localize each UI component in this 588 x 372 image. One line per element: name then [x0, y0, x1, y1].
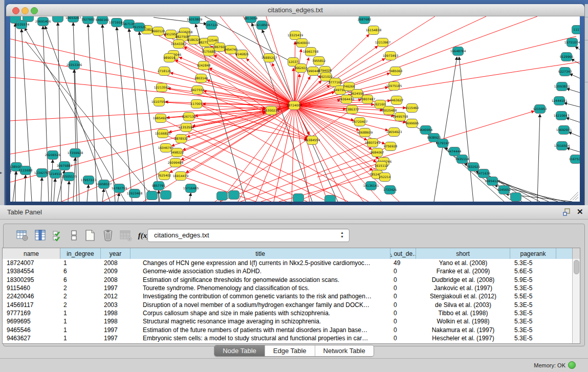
graph-node[interactable]: [53, 16, 63, 23]
svg-text:6179197: 6179197: [436, 141, 450, 145]
table-row[interactable]: 977716911998Corpus callosum shape and si…: [3, 309, 573, 317]
table-row[interactable]: 1872400712008Changes of HCN gene express…: [3, 259, 573, 267]
node-table-header: namein_degreeyeartitle△ out_de…shortpage…: [3, 248, 580, 259]
svg-text:9242848: 9242848: [197, 63, 211, 67]
table-row[interactable]: 1456911722003Disruption of a novel membe…: [3, 300, 573, 309]
graph-node[interactable]: [217, 192, 228, 201]
svg-text:9215953: 9215953: [533, 107, 547, 111]
svg-text:18724007: 18724007: [287, 103, 302, 107]
delete-rows-icon[interactable]: [101, 229, 115, 242]
panel-splitter-handle-icon[interactable]: ▴: [290, 200, 292, 205]
table-selector-dropdown[interactable]: citations_edges.txt ▲▼: [147, 229, 350, 242]
canvas-resize-grip[interactable]: [570, 192, 578, 200]
svg-text:9699695: 9699695: [405, 121, 419, 125]
svg-text:19654923: 19654923: [386, 130, 402, 134]
svg-text:15720407: 15720407: [352, 120, 368, 123]
svg-text:19854925: 19854925: [153, 116, 169, 120]
svg-text:1115688: 1115688: [19, 168, 33, 172]
merge-rows-icon[interactable]: [70, 229, 79, 242]
svg-text:30975887: 30975887: [57, 164, 73, 167]
table-row[interactable]: 946554611997Estimation of the future num…: [3, 325, 573, 334]
network-canvas[interactable]: 1872400771638229660128891295425226058982…: [10, 16, 580, 202]
graph-node[interactable]: [161, 191, 171, 200]
svg-text:10025488: 10025488: [381, 108, 397, 112]
svg-text:2687682: 2687682: [358, 17, 372, 21]
svg-text:15166825: 15166825: [155, 132, 171, 135]
svg-text:12093832: 12093832: [554, 84, 570, 88]
column-header-6[interactable]: pagerank: [510, 248, 556, 259]
svg-text:7357224: 7357224: [205, 23, 219, 27]
svg-text:11353594: 11353594: [179, 125, 194, 129]
column-header-4[interactable]: △ out_de…: [390, 248, 416, 259]
svg-text:15716485: 15716485: [183, 186, 199, 190]
close-panel-icon[interactable]: ✕: [577, 207, 583, 216]
column-header-3[interactable]: title: [130, 248, 390, 259]
table-row[interactable]: 969969511998Structural magnetic resonanc…: [3, 317, 573, 325]
table-row[interactable]: 1830029562008Estimation of significance …: [3, 276, 573, 284]
svg-text:20206526: 20206526: [45, 153, 61, 157]
table-panel-header: Table Panel ✕: [0, 205, 588, 220]
svg-text:16107554: 16107554: [151, 100, 167, 103]
svg-text:25300235: 25300235: [264, 108, 279, 112]
left-panel-divider[interactable]: ▸: [0, 0, 5, 205]
window-border: 1872400771638229660128891295425226058982…: [6, 16, 584, 205]
svg-text:3498222: 3498222: [170, 150, 184, 154]
tab-node-table[interactable]: Node Table: [214, 345, 265, 356]
graph-node[interactable]: [511, 193, 521, 202]
svg-text:1167533: 1167533: [569, 157, 580, 161]
column-header-5[interactable]: short: [416, 248, 510, 259]
svg-text:117005: 117005: [191, 102, 203, 105]
table-row[interactable]: 2242004622012Investigating the contribut…: [3, 292, 573, 300]
svg-text:26099484: 26099484: [168, 161, 184, 164]
graph-node[interactable]: [229, 191, 239, 200]
svg-text:17957223: 17957223: [81, 178, 97, 182]
svg-text:16958107: 16958107: [96, 182, 112, 186]
network-canvas-svg: 1872400771638229660128891295425226058982…: [10, 16, 580, 202]
table-row[interactable]: 911546021997Tourette syndrome. Phenomeno…: [3, 284, 573, 292]
column-header-1[interactable]: in_degree: [60, 248, 101, 259]
svg-text:16046746: 16046746: [158, 146, 174, 149]
window-titlebar[interactable]: citations_edges.txt: [6, 4, 584, 16]
svg-text:252214: 252214: [379, 175, 391, 179]
select-all-rows-icon[interactable]: [52, 229, 65, 242]
divider-arrow-icon[interactable]: ▸: [0, 170, 2, 175]
svg-text:9474444: 9474444: [448, 149, 462, 153]
table-panel-title: Table Panel: [7, 208, 42, 216]
svg-text:10807487: 10807487: [360, 97, 376, 101]
table-scrollbar[interactable]: [572, 259, 580, 343]
network-view-window[interactable]: citations_edges.txt 187240077163822966: [6, 4, 584, 205]
column-header-0[interactable]: name: [3, 248, 60, 259]
svg-text:9245652: 9245652: [497, 188, 511, 191]
svg-text:15692971: 15692971: [556, 128, 572, 132]
svg-text:2803144: 2803144: [194, 76, 208, 80]
table-row[interactable]: 946362711997Embryonic stem cells: a mode…: [3, 334, 573, 342]
svg-text:18807249: 18807249: [365, 141, 381, 144]
new-table-icon[interactable]: [83, 229, 97, 242]
scrollbar-thumb[interactable]: [574, 260, 579, 274]
svg-text:16053809: 16053809: [187, 17, 203, 21]
svg-text:12975185: 12975185: [386, 84, 402, 87]
svg-text:9227343: 9227343: [558, 70, 572, 73]
svg-text:9777169: 9777169: [329, 80, 342, 84]
svg-text:16782759: 16782759: [112, 186, 127, 190]
svg-text:8878532: 8878532: [175, 137, 188, 140]
graph-node[interactable]: [293, 194, 304, 202]
svg-text:1640954: 1640954: [419, 128, 433, 132]
svg-text:16961758: 16961758: [303, 50, 319, 53]
table-row[interactable]: 1938455462009Genome-wide association stu…: [3, 267, 573, 275]
graph-node[interactable]: [325, 195, 336, 202]
svg-text:15751074: 15751074: [564, 40, 580, 44]
column-header-2[interactable]: year: [101, 248, 130, 259]
svg-text:18640910: 18640910: [294, 41, 310, 45]
tab-network-table[interactable]: Network Table: [315, 345, 374, 356]
svg-text:9129966: 9129966: [560, 55, 574, 58]
svg-text:16154838: 16154838: [366, 28, 382, 32]
table-toolbar: f(x): [16, 228, 150, 243]
memory-status-indicator[interactable]: [568, 361, 576, 369]
column-visibility-icon[interactable]: [34, 229, 47, 242]
float-window-icon[interactable]: [563, 208, 571, 216]
svg-text:7615526: 7615526: [133, 25, 146, 29]
graph-node[interactable]: [147, 191, 158, 200]
tab-edge-table[interactable]: Edge Table: [265, 345, 315, 356]
table-settings-icon[interactable]: [16, 229, 29, 242]
